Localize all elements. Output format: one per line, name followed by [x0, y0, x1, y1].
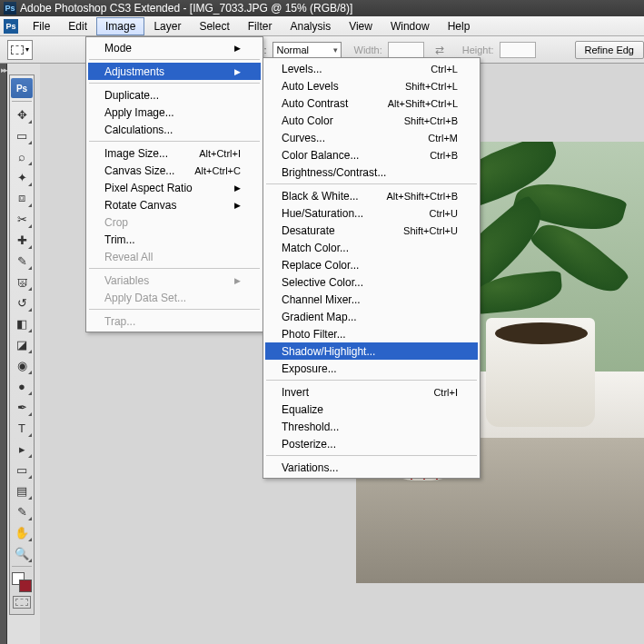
tool-preset-picker[interactable]: ▾: [7, 40, 33, 60]
menu-item-accelerator: Alt+Ctrl+I: [181, 148, 241, 159]
adjustments-item[interactable]: Selective Color...: [265, 273, 478, 291]
image-menu-item[interactable]: Calculations...: [88, 121, 261, 138]
panel-dock[interactable]: ▸▸: [0, 64, 7, 644]
menu-image[interactable]: Image: [96, 17, 144, 35]
menu-item-label: Exposure...: [282, 362, 337, 375]
adjustments-item[interactable]: Auto ColorShift+Ctrl+B: [265, 112, 478, 129]
menu-item-label: Auto Contrast: [282, 97, 348, 110]
image-menu-item[interactable]: Apply Image...: [88, 104, 261, 121]
menu-item-label: Brightness/Contrast...: [282, 166, 386, 179]
adjustments-item[interactable]: Exposure...: [265, 360, 478, 377]
dodge-tool[interactable]: ●: [11, 376, 33, 396]
adjustments-item[interactable]: Replace Color...: [265, 256, 478, 273]
adjustments-item[interactable]: InvertCtrl+I: [265, 383, 478, 401]
eyedropper-tool[interactable]: ✎: [11, 501, 33, 521]
crop-tool[interactable]: ⧈: [11, 188, 33, 208]
adjustments-item[interactable]: Posterize...: [265, 435, 478, 452]
image-menu-item[interactable]: Duplicate...: [88, 86, 261, 104]
image-menu-item[interactable]: Adjustments▶: [88, 63, 261, 80]
separator: [12, 101, 32, 102]
menu-item-label: Pixel Aspect Ratio: [104, 182, 193, 194]
hand-tool[interactable]: ✋: [11, 522, 33, 542]
image-menu-item[interactable]: Mode▶: [88, 39, 261, 56]
image-menu-item[interactable]: Pixel Aspect Ratio▶: [88, 179, 261, 196]
slice-tool[interactable]: ✂: [11, 209, 33, 229]
adjustments-item[interactable]: Auto LevelsShift+Ctrl+L: [265, 77, 478, 94]
menu-view[interactable]: View: [340, 17, 381, 35]
color-swatches[interactable]: [12, 572, 32, 592]
brush-tool[interactable]: ✎: [11, 251, 33, 271]
adjustments-item[interactable]: Brightness/Contrast...: [265, 163, 478, 181]
menu-item-label: Curves...: [282, 132, 325, 144]
adjustments-item[interactable]: Curves...Ctrl+M: [265, 129, 478, 146]
notes-tool[interactable]: ▤: [11, 481, 33, 500]
adjustments-item[interactable]: Color Balance...Ctrl+B: [265, 146, 478, 163]
pen-tool[interactable]: ✒: [11, 397, 33, 417]
menu-analysis[interactable]: Analysis: [281, 17, 340, 35]
width-input[interactable]: [388, 42, 424, 58]
app-icon: Ps: [4, 2, 16, 15]
ps-logo-tool[interactable]: Ps: [11, 78, 33, 98]
chevron-right-icon: ▶: [216, 201, 241, 210]
marquee-icon: [11, 45, 24, 54]
swap-dimensions-icon[interactable]: ⇄: [435, 44, 444, 56]
menu-select[interactable]: Select: [190, 17, 238, 35]
adjustments-item[interactable]: Channel Mixer...: [265, 291, 478, 308]
type-tool[interactable]: T: [11, 418, 33, 438]
adjustments-item[interactable]: Equalize: [265, 401, 478, 418]
style-select[interactable]: Normal: [272, 42, 342, 58]
image-menu-item[interactable]: Rotate Canvas▶: [88, 196, 261, 213]
adjustments-item[interactable]: Auto ContrastAlt+Shift+Ctrl+L: [265, 94, 478, 112]
menu-filter[interactable]: Filter: [239, 17, 282, 35]
adjustments-item[interactable]: Hue/Saturation...Ctrl+U: [265, 204, 478, 222]
adjustments-submenu: Levels...Ctrl+LAuto LevelsShift+Ctrl+LAu…: [263, 57, 481, 479]
chevron-right-icon: ▶: [216, 183, 241, 193]
lasso-tool[interactable]: ⌕: [11, 146, 33, 166]
menu-item-accelerator: Ctrl+U: [411, 208, 458, 219]
path-selection-tool[interactable]: ▸: [11, 439, 33, 459]
adjustments-item[interactable]: Threshold...: [265, 418, 478, 435]
menu-item-label: Black & White...: [282, 190, 359, 203]
history-brush-tool[interactable]: ↺: [11, 292, 33, 312]
blur-tool[interactable]: ◉: [11, 355, 33, 375]
adjustments-item[interactable]: Levels...Ctrl+L: [265, 60, 478, 77]
height-input[interactable]: [500, 42, 536, 58]
image-menu-item: Variables▶: [88, 272, 261, 289]
magic-wand-tool[interactable]: ✦: [11, 167, 33, 187]
separator: [12, 566, 32, 567]
menu-file[interactable]: File: [24, 17, 59, 35]
adjustments-item[interactable]: Variations...: [265, 459, 478, 476]
menu-item-label: Shadow/Highlight...: [282, 345, 375, 358]
adjustments-item[interactable]: Photo Filter...: [265, 325, 478, 342]
ps-logo-button[interactable]: Ps: [4, 19, 18, 34]
adjustments-item[interactable]: Black & White...Alt+Shift+Ctrl+B: [265, 187, 478, 204]
image-menu-item[interactable]: Trim...: [88, 231, 261, 248]
healing-brush-tool[interactable]: ✚: [11, 230, 33, 250]
gradient-tool[interactable]: ◪: [11, 334, 33, 354]
image-menu-item[interactable]: Canvas Size...Alt+Ctrl+C: [88, 162, 261, 179]
eraser-tool[interactable]: ◧: [11, 313, 33, 333]
adjustments-item[interactable]: Shadow/Highlight...: [265, 342, 478, 360]
menu-item-label: Apply Data Set...: [104, 292, 186, 304]
menu-item-label: Reveal All: [104, 251, 153, 263]
background-color[interactable]: [19, 580, 32, 592]
menu-edit[interactable]: Edit: [59, 17, 96, 35]
separator: [89, 141, 260, 142]
menu-layer[interactable]: Layer: [144, 17, 190, 35]
clone-stamp-tool[interactable]: ⩐: [11, 272, 33, 292]
menu-help[interactable]: Help: [439, 17, 480, 35]
menu-item-label: Match Color...: [282, 242, 349, 254]
adjustments-item[interactable]: Gradient Map...: [265, 308, 478, 325]
zoom-tool[interactable]: 🔍: [11, 543, 33, 563]
quick-mask-toggle[interactable]: [13, 596, 31, 609]
separator: [89, 268, 260, 269]
marquee-tool[interactable]: ▭: [11, 125, 33, 145]
refine-edge-button[interactable]: Refine Edg: [575, 41, 644, 59]
menu-window[interactable]: Window: [381, 17, 439, 35]
menu-item-label: Hue/Saturation...: [282, 207, 363, 220]
adjustments-item[interactable]: DesaturateShift+Ctrl+U: [265, 222, 478, 239]
move-tool[interactable]: ✥: [11, 104, 33, 124]
shape-tool[interactable]: ▭: [11, 460, 33, 480]
image-menu-item[interactable]: Image Size...Alt+Ctrl+I: [88, 144, 261, 162]
adjustments-item[interactable]: Match Color...: [265, 239, 478, 256]
